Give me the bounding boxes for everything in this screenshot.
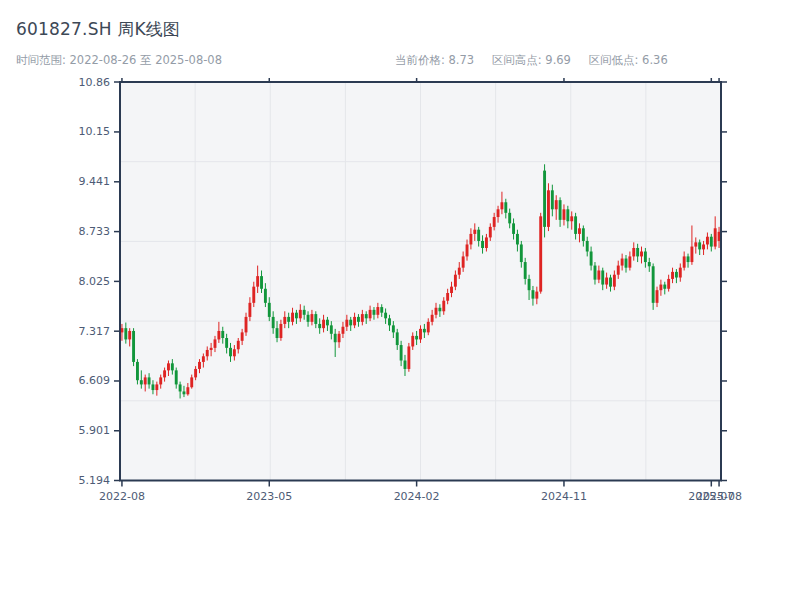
x-tick-label: 2024-02 (394, 490, 440, 503)
x-tick-label: 2022-08 (99, 490, 145, 503)
candle (539, 213, 542, 294)
y-tick-label: 6.609 (79, 374, 111, 387)
y-tick-label: 7.317 (79, 325, 111, 338)
y-tick-label: 10.15 (79, 125, 111, 138)
candle (407, 343, 410, 372)
kline-page: 601827.SH 周K线图 时间范围: 2022-08-26 至 2025-0… (0, 0, 800, 600)
y-tick-label: 10.86 (79, 76, 111, 89)
y-tick-label: 5.901 (79, 424, 111, 437)
y-tick-label: 9.441 (79, 175, 111, 188)
y-tick-label: 8.025 (79, 275, 111, 288)
kline-chart: 10.8610.159.4418.7338.0257.3176.6095.901… (0, 0, 800, 600)
y-tick-label: 5.194 (79, 474, 111, 487)
y-tick-label: 8.733 (79, 225, 111, 238)
candle (132, 328, 135, 366)
x-tick-label: 2025-08 (696, 490, 742, 503)
candle (547, 183, 550, 231)
candle (543, 164, 546, 237)
x-tick-label: 2024-11 (541, 490, 587, 503)
x-tick-label: 2023-05 (246, 490, 292, 503)
